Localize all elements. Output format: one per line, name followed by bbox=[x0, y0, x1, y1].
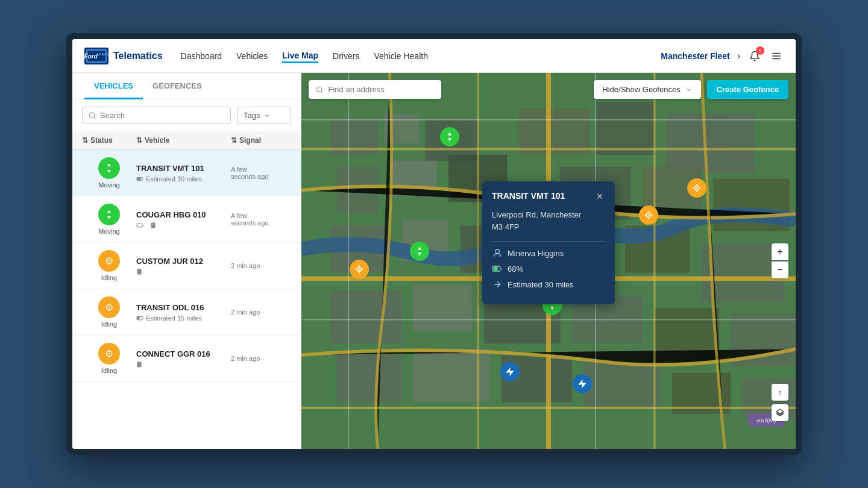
popup-header: TRANSIT VMT 101 ✕ bbox=[492, 191, 605, 202]
nav-live-map[interactable]: Live Map bbox=[282, 48, 318, 63]
vehicle-name: TRANSIT VMT 101 bbox=[136, 164, 231, 173]
table-row[interactable]: Moving TRANSIT VMT 101 Estimated 30 mile… bbox=[72, 150, 301, 196]
vehicle-status: Idling bbox=[82, 296, 136, 328]
ford-logo-inner: FordPRO bbox=[86, 49, 107, 63]
popup-divider bbox=[492, 241, 605, 242]
create-geofence-button[interactable]: Create Geofence bbox=[707, 80, 788, 99]
map-marker-electric-2[interactable] bbox=[573, 374, 592, 393]
fuel-icon bbox=[150, 222, 157, 229]
vehicle-status: Idling bbox=[82, 250, 136, 281]
signal-time: 2 min ago bbox=[231, 262, 291, 269]
vehicle-status: Moving bbox=[82, 204, 136, 235]
popup-address: Liverpool Rd, Manchester M3 4FP bbox=[492, 209, 605, 233]
status-label: Moving bbox=[98, 228, 119, 235]
svg-point-10 bbox=[108, 260, 110, 262]
sidebar: VEHICLES GEOFENCES Tags bbox=[72, 73, 301, 449]
sidebar-tabs: VEHICLES GEOFENCES bbox=[72, 73, 301, 99]
col-vehicle: ⇅ Vehicle bbox=[136, 136, 231, 145]
search-input[interactable] bbox=[100, 111, 224, 120]
zoom-in-button[interactable]: + bbox=[772, 243, 788, 260]
nav-drivers[interactable]: Drivers bbox=[333, 49, 359, 63]
vehicle-name: CONNECT GGR 016 bbox=[136, 349, 231, 358]
svg-point-58 bbox=[359, 269, 360, 271]
map-marker-idling-3[interactable] bbox=[350, 260, 369, 279]
range-icon bbox=[492, 279, 503, 290]
map-area[interactable]: A57(M) Hide/Show Geofences bbox=[301, 73, 796, 449]
fuel-icon bbox=[136, 268, 143, 275]
nav-vehicles[interactable]: Vehicles bbox=[236, 49, 268, 63]
map-search[interactable] bbox=[309, 80, 441, 99]
fleet-name[interactable]: Manchester Fleet bbox=[661, 51, 729, 61]
svg-rect-38 bbox=[331, 290, 401, 343]
popup-driver-name: Minerva Higgins bbox=[508, 249, 564, 258]
svg-rect-7 bbox=[151, 222, 156, 228]
table-header: ⇅ Status ⇅ Vehicle ⇅ Signal bbox=[72, 131, 301, 150]
vehicle-info: TRANSIT VMT 101 Estimated 30 miles bbox=[136, 164, 231, 183]
vehicle-name: TRANSIT ODL 016 bbox=[136, 303, 231, 312]
chevron-down-icon bbox=[685, 86, 693, 93]
vehicle-name: CUSTOM JUR 012 bbox=[136, 257, 231, 266]
vehicle-detail bbox=[136, 361, 231, 368]
notification-count: 5 bbox=[756, 46, 764, 55]
tags-dropdown[interactable]: Tags bbox=[237, 107, 291, 124]
chevron-right-icon: › bbox=[737, 51, 740, 61]
compass-button[interactable]: ↑ bbox=[772, 384, 788, 401]
screen: FordPRO Telematics Dashboard Vehicles Li… bbox=[72, 39, 796, 449]
hide-geofences-button[interactable]: Hide/Show Geofences bbox=[594, 80, 700, 99]
idling-icon bbox=[98, 343, 120, 364]
vehicle-info: CONNECT GGR 016 bbox=[136, 349, 231, 368]
vehicle-info: COUGAR HBG 010 bbox=[136, 210, 231, 229]
vehicle-detail: Estimated 30 miles bbox=[136, 175, 231, 183]
nav-dashboard[interactable]: Dashboard bbox=[181, 49, 222, 63]
vehicle-search-box[interactable] bbox=[82, 107, 231, 124]
moving-icon bbox=[98, 157, 120, 179]
ford-logo: FordPRO bbox=[84, 48, 108, 64]
map-marker-moving-1[interactable] bbox=[440, 127, 459, 146]
table-row[interactable]: Moving COUGAR HBG 010 A fewseconds ago bbox=[72, 196, 301, 243]
menu-icon[interactable] bbox=[769, 49, 784, 63]
table-row[interactable]: Idling TRANSIT ODL 016 Estimated 15 mile… bbox=[72, 289, 301, 336]
svg-marker-59 bbox=[506, 368, 514, 377]
svg-marker-60 bbox=[578, 380, 587, 389]
brand-name: Telematics bbox=[113, 51, 163, 61]
popup-driver-row: Minerva Higgins bbox=[492, 248, 605, 258]
map-zoom-controls: + − bbox=[772, 243, 788, 278]
svg-rect-5 bbox=[137, 178, 140, 180]
svg-rect-63 bbox=[494, 267, 498, 270]
popup-battery: 68% bbox=[508, 264, 523, 274]
tags-label: Tags bbox=[244, 111, 260, 120]
signal-time: 2 min ago bbox=[231, 355, 291, 362]
svg-point-61 bbox=[495, 249, 500, 254]
zoom-out-button[interactable]: − bbox=[772, 261, 788, 278]
svg-point-52 bbox=[317, 87, 322, 92]
vehicle-info: CUSTOM JUR 012 bbox=[136, 257, 231, 275]
vehicle-popup: TRANSIT VMT 101 ✕ Liverpool Rd, Manchest… bbox=[482, 181, 615, 304]
battery-icon bbox=[136, 314, 143, 322]
chevron-down-icon bbox=[263, 112, 271, 119]
map-marker-idling-1[interactable] bbox=[639, 205, 658, 225]
svg-point-3 bbox=[90, 113, 95, 118]
svg-point-13 bbox=[108, 307, 110, 308]
nav-vehicle-health[interactable]: Vehicle Health bbox=[374, 49, 428, 63]
tab-vehicles[interactable]: VEHICLES bbox=[84, 73, 143, 99]
vehicle-name: COUGAR HBG 010 bbox=[136, 210, 231, 219]
notification-bell[interactable]: 5 bbox=[747, 49, 762, 63]
popup-close-button[interactable]: ✕ bbox=[594, 191, 605, 202]
main-content: VEHICLES GEOFENCES Tags bbox=[72, 73, 796, 449]
map-marker-idling-2[interactable] bbox=[687, 178, 706, 198]
sort-icon-signal: ⇅ bbox=[231, 136, 237, 145]
battery-icon bbox=[492, 263, 503, 274]
map-marker-electric-1[interactable] bbox=[500, 362, 520, 381]
popup-address-line2: M3 4FP bbox=[492, 222, 520, 231]
table-row[interactable]: Idling CONNECT GGR 016 2 min ago bbox=[72, 336, 301, 382]
map-search-input[interactable] bbox=[329, 85, 434, 94]
svg-rect-6 bbox=[137, 224, 142, 227]
map-marker-moving-2[interactable] bbox=[410, 242, 429, 261]
tab-geofences[interactable]: GEOFENCES bbox=[143, 73, 212, 99]
layers-button[interactable] bbox=[772, 404, 788, 421]
svg-rect-27 bbox=[596, 102, 655, 155]
col-status: ⇅ Status bbox=[82, 136, 136, 145]
svg-rect-11 bbox=[137, 269, 142, 274]
status-label: Moving bbox=[98, 181, 119, 189]
table-row[interactable]: Idling CUSTOM JUR 012 2 min ago bbox=[72, 243, 301, 289]
